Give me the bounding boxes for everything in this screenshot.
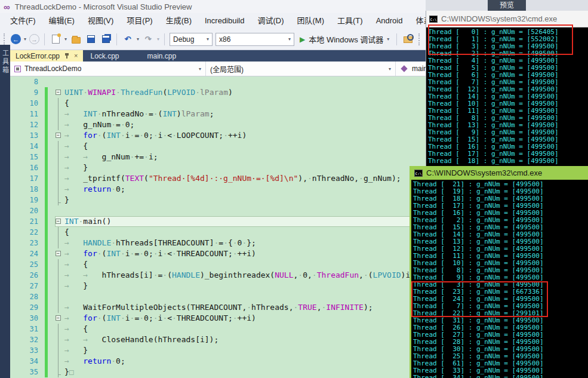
fold-column: [55, 356, 64, 367]
tab-lock-cpp[interactable]: Lock.cpp: [83, 50, 140, 62]
change-bar: [43, 313, 55, 324]
preview-badge: 预览: [488, 0, 526, 11]
fold-column: [55, 227, 64, 238]
code-text: →{: [64, 259, 88, 270]
solution-platform-select[interactable]: x86: [216, 33, 294, 46]
toolbar-separator: [396, 33, 397, 45]
fold-column: [55, 76, 64, 87]
tab-main-cpp[interactable]: main.cpp: [140, 50, 196, 62]
code-text: →for·(INT·i·=·0;·i·<·THREADCOUNT;·++i): [64, 248, 256, 259]
save-all-icon[interactable]: [102, 35, 110, 43]
fold-column: [55, 313, 64, 324]
find-in-files-icon[interactable]: [404, 36, 412, 43]
fold-marker-icon[interactable]: [56, 90, 61, 95]
toolbar-grip[interactable]: [4, 33, 6, 45]
toolbar-grip[interactable]: [418, 33, 421, 45]
solution-configuration-select[interactable]: Debug: [170, 33, 213, 46]
fold-column: [55, 205, 64, 216]
vs-window: ∞ ThreadLockDemo - Microsoft Visual Stud…: [0, 0, 588, 378]
close-icon[interactable]: [74, 53, 78, 59]
save-icon[interactable]: [87, 35, 95, 43]
change-bar: [43, 87, 55, 98]
line-number: 8: [10, 76, 43, 87]
menu-item-f[interactable]: 文件(F): [4, 13, 42, 29]
fold-column: [55, 324, 64, 334]
fold-column: [55, 259, 64, 270]
menu-item-m[interactable]: 团队(M): [291, 13, 331, 29]
code-text: →→g_nNum·+=·i;: [64, 152, 158, 162]
fold-column: [55, 87, 64, 98]
line-number: 20: [10, 205, 43, 216]
line-number: 13: [10, 130, 43, 141]
code-text: →}: [64, 281, 88, 291]
fold-marker-icon[interactable]: [56, 133, 61, 138]
fold-column: [55, 238, 64, 248]
change-bar: [43, 119, 55, 130]
method-icon: [401, 65, 407, 72]
line-number: 19: [10, 195, 43, 205]
menu-item-t[interactable]: 工具(T): [331, 13, 370, 29]
pin-icon[interactable]: [64, 53, 69, 59]
tab-label: Lock.cpp: [90, 52, 119, 60]
fold-marker-icon[interactable]: [56, 251, 61, 256]
menu-item-e[interactable]: 编辑(E): [42, 13, 81, 29]
fold-marker-icon[interactable]: [56, 315, 61, 321]
menu-item-p[interactable]: 项目(P): [120, 13, 159, 29]
toolbox-sidebar[interactable]: 工具箱: [0, 45, 10, 378]
code-text: →WaitForMultipleObjects(THREADCOUNT,·hTh…: [64, 302, 373, 313]
console-bottom-title: C:\WINDOWS\system32\cmd.exe: [426, 168, 542, 177]
line-number: 9: [10, 87, 43, 98]
change-bar: [43, 162, 55, 173]
change-bar: [43, 345, 55, 356]
new-file-dropdown-icon[interactable]: [64, 36, 67, 42]
redo-button[interactable]: [142, 33, 154, 45]
console-bottom-titlebar[interactable]: C:\ C:\WINDOWS\system32\cmd.exe: [411, 166, 588, 180]
scope-name: (全局范围): [210, 64, 244, 74]
console-window-bottom[interactable]: C:\ C:\WINDOWS\system32\cmd.exe Thread […: [410, 166, 588, 378]
new-file-icon[interactable]: [52, 35, 60, 44]
change-bar: [43, 291, 55, 302]
play-icon: [300, 35, 305, 44]
menu-item-android[interactable]: Android: [370, 13, 410, 29]
redo-dropdown-icon[interactable]: [157, 36, 159, 42]
line-number: 27: [10, 281, 43, 291]
menu-item-incredibuild[interactable]: Incredibuild: [198, 13, 251, 29]
line-number: 11: [10, 109, 43, 119]
undo-button[interactable]: [122, 33, 134, 45]
navigate-back-button[interactable]: [11, 34, 21, 44]
fold-column: [55, 281, 64, 291]
code-text: →{: [64, 324, 88, 334]
solution-configuration-value: Debug: [173, 35, 194, 44]
console-row: Thread [ 34] : g_nNUm = [499500]: [413, 374, 588, 378]
change-bar: [43, 281, 55, 291]
fold-column: [55, 98, 64, 109]
code-text: →return·0;: [64, 184, 125, 195]
code-text: →return·0;: [64, 356, 125, 367]
window-title: ThreadLockDemo - Microsoft Visual Studio…: [15, 2, 192, 11]
change-bar: [43, 141, 55, 152]
change-bar: [43, 238, 55, 248]
open-file-icon[interactable]: [72, 37, 81, 44]
menu-item-d[interactable]: 调试(D): [251, 13, 290, 29]
project-dropdown[interactable]: ThreadLockDemo: [10, 62, 206, 76]
start-debugging-button[interactable]: 本地 Windows 调试器: [297, 33, 392, 45]
undo-dropdown-icon[interactable]: [137, 36, 139, 42]
fold-marker-icon[interactable]: [56, 219, 61, 224]
tab-lockerror-cpp[interactable]: LockError.cpp: [10, 50, 83, 62]
code-text: →for·(INT·i·=·0;·i·<·LOOPCOUNT;·++i): [64, 130, 247, 141]
visual-studio-logo-icon: ∞: [4, 2, 10, 11]
change-bar: [43, 205, 55, 216]
fold-column: [55, 270, 64, 281]
change-bar: [43, 152, 55, 162]
toolbar-separator: [116, 33, 117, 45]
scope-dropdown[interactable]: (全局范围): [206, 62, 396, 76]
navigate-back-dropdown-icon[interactable]: [24, 36, 26, 42]
navigate-forward-button[interactable]: [29, 34, 39, 44]
menu-item-b[interactable]: 生成(B): [159, 13, 198, 29]
fold-column: [55, 162, 64, 173]
code-text: →for·(INT·i·=·0;·i·<·THREADCOUNT;·++i): [64, 313, 256, 324]
menu-item-v[interactable]: 视图(V): [81, 13, 120, 29]
annotation-box-top: [428, 24, 573, 55]
code-text: →}: [64, 162, 88, 173]
chevron-down-icon: [207, 36, 209, 42]
